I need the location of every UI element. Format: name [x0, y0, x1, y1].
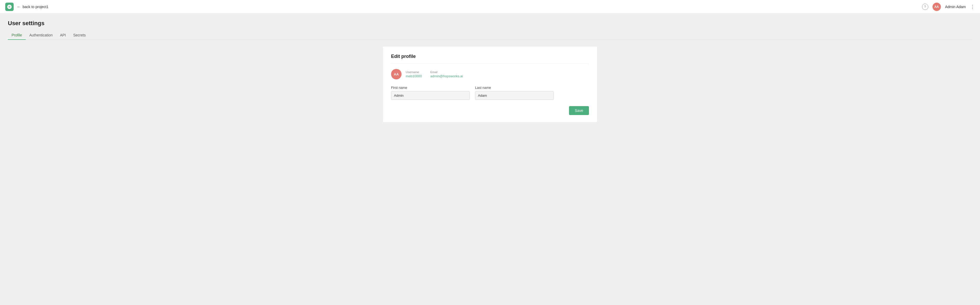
email-group: Email admin@hopsworks.ai — [430, 71, 463, 78]
profile-avatar: AA — [391, 69, 402, 79]
topbar: ← back to project1 ? AA Admin Adam ⋮ — [0, 0, 980, 14]
back-arrow-icon: ← — [17, 5, 21, 9]
help-icon-symbol: ? — [924, 5, 926, 9]
first-name-group: First name — [391, 86, 470, 100]
card-footer: Save — [391, 106, 589, 115]
last-name-label: Last name — [475, 86, 554, 90]
email-value: admin@hopsworks.ai — [430, 74, 463, 78]
help-icon[interactable]: ? — [922, 4, 928, 10]
username-group: Username meb10000 — [406, 71, 422, 78]
email-label: Email — [430, 71, 463, 74]
first-name-input[interactable] — [391, 91, 470, 100]
username-value: meb10000 — [406, 74, 422, 78]
tab-secrets[interactable]: Secrets — [70, 31, 89, 40]
tab-authentication[interactable]: Authentication — [26, 31, 56, 40]
topbar-right: ? AA Admin Adam ⋮ — [922, 3, 975, 11]
back-link-label: back to project1 — [22, 5, 49, 9]
edit-profile-card: Edit profile AA Username meb10000 Email … — [382, 46, 598, 123]
user-info-details: Username meb10000 Email admin@hopsworks.… — [406, 71, 463, 78]
user-avatar[interactable]: AA — [932, 3, 941, 11]
tab-api[interactable]: API — [56, 31, 70, 40]
tab-profile[interactable]: Profile — [8, 31, 26, 40]
user-info-row: AA Username meb10000 Email admin@hopswor… — [391, 69, 589, 79]
form-row: First name Last name — [391, 86, 589, 100]
card-title: Edit profile — [391, 54, 589, 64]
username-label: Username — [406, 71, 422, 74]
back-to-project-link[interactable]: ← back to project1 — [17, 5, 49, 9]
more-menu-icon[interactable]: ⋮ — [970, 4, 975, 10]
main-content: User settings Profile Authentication API… — [0, 14, 980, 129]
last-name-input[interactable] — [475, 91, 554, 100]
user-name: Admin Adam — [945, 5, 966, 9]
first-name-label: First name — [391, 86, 470, 90]
page-title: User settings — [8, 20, 972, 27]
last-name-group: Last name — [475, 86, 554, 100]
tabs-container: Profile Authentication API Secrets — [8, 31, 972, 40]
topbar-left: ← back to project1 — [5, 3, 49, 11]
app-logo[interactable] — [5, 3, 14, 11]
save-button[interactable]: Save — [569, 106, 589, 115]
